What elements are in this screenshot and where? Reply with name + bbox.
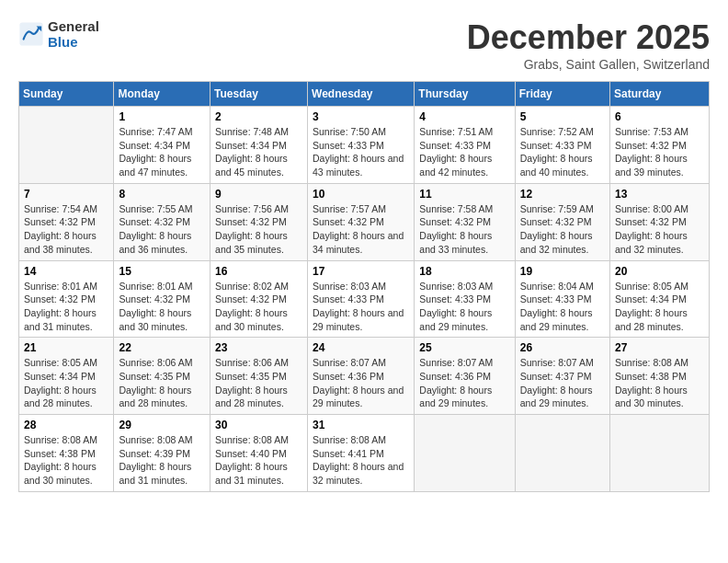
calendar-cell: 20Sunrise: 8:05 AMSunset: 4:34 PMDayligh… [610, 260, 710, 338]
calendar-cell: 30Sunrise: 8:08 AMSunset: 4:40 PMDayligh… [210, 415, 308, 492]
calendar-cell [610, 415, 710, 492]
day-info: Sunrise: 8:02 AMSunset: 4:32 PMDaylight:… [215, 280, 302, 334]
calendar-cell: 4Sunrise: 7:51 AMSunset: 4:33 PMDaylight… [415, 107, 515, 184]
calendar-header-row: SundayMondayTuesdayWednesdayThursdayFrid… [19, 82, 710, 107]
day-info: Sunrise: 7:47 AMSunset: 4:34 PMDaylight:… [119, 125, 205, 179]
calendar-cell: 5Sunrise: 7:52 AMSunset: 4:33 PMDaylight… [515, 107, 609, 184]
logo: General Blue [18, 18, 99, 50]
day-number: 27 [615, 341, 704, 354]
page-title: December 2025 [467, 18, 710, 57]
day-number: 30 [215, 419, 302, 431]
day-number: 26 [520, 341, 605, 354]
day-number: 11 [419, 188, 509, 201]
day-info: Sunrise: 7:58 AMSunset: 4:32 PMDaylight:… [419, 202, 509, 257]
page-subtitle: Grabs, Saint Gallen, Switzerland [467, 57, 710, 72]
logo-icon [18, 21, 44, 47]
calendar-cell: 18Sunrise: 8:03 AMSunset: 4:33 PMDayligh… [415, 260, 515, 338]
calendar-cell: 23Sunrise: 8:06 AMSunset: 4:35 PMDayligh… [210, 338, 308, 415]
day-info: Sunrise: 8:01 AMSunset: 4:32 PMDaylight:… [119, 280, 205, 334]
day-number: 24 [313, 341, 409, 354]
day-number: 18 [419, 265, 509, 278]
calendar-cell: 25Sunrise: 8:07 AMSunset: 4:36 PMDayligh… [415, 338, 515, 415]
day-of-week-header: Saturday [610, 82, 710, 107]
calendar-week-row: 7Sunrise: 7:54 AMSunset: 4:32 PMDaylight… [19, 183, 710, 260]
calendar-cell: 24Sunrise: 8:07 AMSunset: 4:36 PMDayligh… [308, 338, 415, 415]
day-of-week-header: Sunday [19, 82, 114, 107]
day-info: Sunrise: 8:04 AMSunset: 4:33 PMDaylight:… [520, 280, 605, 334]
day-info: Sunrise: 8:03 AMSunset: 4:33 PMDaylight:… [313, 280, 409, 334]
day-number: 25 [419, 341, 509, 354]
calendar-cell: 17Sunrise: 8:03 AMSunset: 4:33 PMDayligh… [308, 260, 415, 338]
calendar-cell: 26Sunrise: 8:07 AMSunset: 4:37 PMDayligh… [515, 338, 609, 415]
day-number: 10 [313, 188, 409, 201]
day-info: Sunrise: 7:51 AMSunset: 4:33 PMDaylight:… [419, 125, 509, 179]
day-number: 2 [215, 110, 302, 123]
day-info: Sunrise: 8:06 AMSunset: 4:35 PMDaylight:… [119, 356, 205, 410]
day-of-week-header: Tuesday [210, 82, 308, 107]
day-info: Sunrise: 8:05 AMSunset: 4:34 PMDaylight:… [615, 280, 704, 334]
day-info: Sunrise: 7:59 AMSunset: 4:32 PMDaylight:… [520, 202, 605, 257]
day-info: Sunrise: 8:07 AMSunset: 4:36 PMDaylight:… [419, 356, 509, 410]
day-number: 23 [215, 341, 302, 354]
calendar-cell [515, 415, 609, 492]
day-number: 3 [313, 110, 409, 123]
calendar-cell: 16Sunrise: 8:02 AMSunset: 4:32 PMDayligh… [210, 260, 308, 338]
day-info: Sunrise: 8:03 AMSunset: 4:33 PMDaylight:… [419, 280, 509, 334]
day-info: Sunrise: 7:54 AMSunset: 4:32 PMDaylight:… [24, 202, 108, 257]
day-number: 29 [119, 419, 205, 431]
day-number: 16 [215, 265, 302, 278]
day-info: Sunrise: 8:07 AMSunset: 4:37 PMDaylight:… [520, 356, 605, 410]
calendar-week-row: 21Sunrise: 8:05 AMSunset: 4:34 PMDayligh… [19, 338, 710, 415]
calendar-week-row: 28Sunrise: 8:08 AMSunset: 4:38 PMDayligh… [19, 415, 710, 492]
day-number: 20 [615, 265, 704, 278]
calendar-cell: 14Sunrise: 8:01 AMSunset: 4:32 PMDayligh… [19, 260, 114, 338]
day-number: 14 [24, 265, 108, 278]
day-info: Sunrise: 8:07 AMSunset: 4:36 PMDaylight:… [313, 356, 409, 410]
calendar-cell: 1Sunrise: 7:47 AMSunset: 4:34 PMDaylight… [114, 107, 210, 184]
calendar-cell: 7Sunrise: 7:54 AMSunset: 4:32 PMDaylight… [19, 183, 114, 260]
calendar-week-row: 1Sunrise: 7:47 AMSunset: 4:34 PMDaylight… [19, 107, 710, 184]
calendar-cell: 29Sunrise: 8:08 AMSunset: 4:39 PMDayligh… [114, 415, 210, 492]
calendar-cell: 15Sunrise: 8:01 AMSunset: 4:32 PMDayligh… [114, 260, 210, 338]
day-info: Sunrise: 8:08 AMSunset: 4:40 PMDaylight:… [215, 433, 302, 488]
day-number: 17 [313, 265, 409, 278]
calendar-cell: 27Sunrise: 8:08 AMSunset: 4:38 PMDayligh… [610, 338, 710, 415]
calendar-cell: 9Sunrise: 7:56 AMSunset: 4:32 PMDaylight… [210, 183, 308, 260]
day-info: Sunrise: 8:00 AMSunset: 4:32 PMDaylight:… [615, 202, 704, 257]
calendar-cell: 2Sunrise: 7:48 AMSunset: 4:34 PMDaylight… [210, 107, 308, 184]
calendar-week-row: 14Sunrise: 8:01 AMSunset: 4:32 PMDayligh… [19, 260, 710, 338]
day-number: 8 [119, 188, 205, 201]
day-of-week-header: Thursday [415, 82, 515, 107]
day-info: Sunrise: 8:08 AMSunset: 4:41 PMDaylight:… [313, 433, 409, 488]
day-of-week-header: Monday [114, 82, 210, 107]
day-number: 22 [119, 341, 205, 354]
day-number: 19 [520, 265, 605, 278]
title-block: December 2025 Grabs, Saint Gallen, Switz… [467, 18, 710, 72]
day-number: 21 [24, 341, 108, 354]
calendar-table: SundayMondayTuesdayWednesdayThursdayFrid… [18, 81, 710, 492]
day-info: Sunrise: 7:55 AMSunset: 4:32 PMDaylight:… [119, 202, 205, 257]
calendar-cell [415, 415, 515, 492]
day-number: 15 [119, 265, 205, 278]
day-number: 1 [119, 110, 205, 123]
calendar-cell: 10Sunrise: 7:57 AMSunset: 4:32 PMDayligh… [308, 183, 415, 260]
page-header: General Blue December 2025 Grabs, Saint … [18, 18, 710, 72]
calendar-cell: 12Sunrise: 7:59 AMSunset: 4:32 PMDayligh… [515, 183, 609, 260]
calendar-cell: 3Sunrise: 7:50 AMSunset: 4:33 PMDaylight… [308, 107, 415, 184]
calendar-cell: 19Sunrise: 8:04 AMSunset: 4:33 PMDayligh… [515, 260, 609, 338]
day-info: Sunrise: 7:52 AMSunset: 4:33 PMDaylight:… [520, 125, 605, 179]
calendar-cell: 31Sunrise: 8:08 AMSunset: 4:41 PMDayligh… [308, 415, 415, 492]
day-of-week-header: Friday [515, 82, 609, 107]
day-number: 4 [419, 110, 509, 123]
logo-text: General Blue [48, 18, 99, 50]
svg-rect-0 [19, 22, 42, 45]
day-number: 6 [615, 110, 704, 123]
calendar-cell: 11Sunrise: 7:58 AMSunset: 4:32 PMDayligh… [415, 183, 515, 260]
calendar-cell: 28Sunrise: 8:08 AMSunset: 4:38 PMDayligh… [19, 415, 114, 492]
day-info: Sunrise: 8:06 AMSunset: 4:35 PMDaylight:… [215, 356, 302, 410]
day-of-week-header: Wednesday [308, 82, 415, 107]
day-number: 12 [520, 188, 605, 201]
day-info: Sunrise: 7:53 AMSunset: 4:32 PMDaylight:… [615, 125, 704, 179]
day-info: Sunrise: 7:56 AMSunset: 4:32 PMDaylight:… [215, 202, 302, 257]
day-info: Sunrise: 7:48 AMSunset: 4:34 PMDaylight:… [215, 125, 302, 179]
